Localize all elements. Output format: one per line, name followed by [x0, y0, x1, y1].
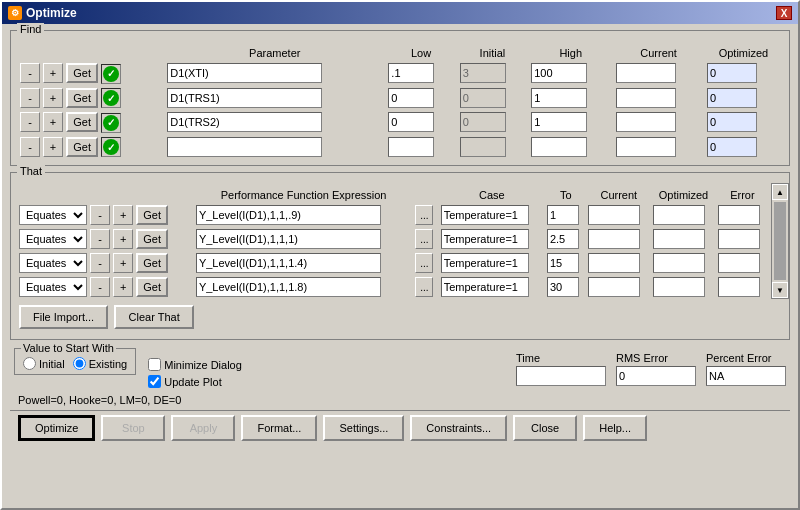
find-opt-input-2[interactable] [707, 112, 757, 132]
find-get-2[interactable]: Get [66, 112, 98, 132]
that-ellipsis-0[interactable]: ... [415, 205, 433, 225]
find-get-1[interactable]: Get [66, 88, 98, 108]
close-button[interactable]: X [776, 6, 792, 20]
that-expr-input-3[interactable] [196, 277, 381, 297]
find-plus-3[interactable]: + [43, 137, 63, 157]
find-param-input-1[interactable] [167, 88, 322, 108]
constraints-button[interactable]: Constraints... [410, 415, 507, 441]
find-current-input-2[interactable] [616, 112, 676, 132]
find-minus-3[interactable]: - [20, 137, 40, 157]
find-current-input-1[interactable] [616, 88, 676, 108]
format-button[interactable]: Format... [241, 415, 317, 441]
update-plot-checkbox[interactable] [148, 375, 161, 388]
that-ellipsis-3[interactable]: ... [415, 277, 433, 297]
find-get-0[interactable]: Get [66, 63, 98, 83]
find-check-icon-2: ✓ [101, 113, 121, 133]
that-get-0[interactable]: Get [136, 205, 168, 225]
that-to-input-1[interactable] [547, 229, 579, 249]
that-opt2-input-1[interactable] [653, 229, 705, 249]
find-low-input-3[interactable] [388, 137, 434, 157]
radio-initial-input[interactable] [23, 357, 36, 370]
minimize-dialog-checkbox[interactable] [148, 358, 161, 371]
time-input[interactable] [516, 366, 606, 386]
find-minus-1[interactable]: - [20, 88, 40, 108]
that-error-input-0[interactable] [718, 205, 760, 225]
that-to-input-2[interactable] [547, 253, 579, 273]
that-opt2-input-0[interactable] [653, 205, 705, 225]
that-opt2-input-3[interactable] [653, 277, 705, 297]
find-low-input-1[interactable] [388, 88, 434, 108]
find-current-input-3[interactable] [616, 137, 676, 157]
that-error-input-1[interactable] [718, 229, 760, 249]
find-high-input-3[interactable] [531, 137, 587, 157]
scroll-up-arrow[interactable]: ▲ [772, 184, 788, 200]
find-low-input-2[interactable] [388, 112, 434, 132]
help-button[interactable]: Help... [583, 415, 647, 441]
percent-input[interactable] [706, 366, 786, 386]
that-current2-input-2[interactable] [588, 253, 640, 273]
scrollbar[interactable]: ▲ ▼ [771, 183, 789, 299]
find-opt-input-0[interactable] [707, 63, 757, 83]
that-error-input-2[interactable] [718, 253, 760, 273]
that-get-1[interactable]: Get [136, 229, 168, 249]
find-minus-2[interactable]: - [20, 112, 40, 132]
that-plus-2[interactable]: + [113, 253, 133, 273]
find-high-input-1[interactable] [531, 88, 587, 108]
find-low-input-0[interactable] [388, 63, 434, 83]
that-to-input-0[interactable] [547, 205, 579, 225]
radio-existing-input[interactable] [73, 357, 86, 370]
that-ellipsis-2[interactable]: ... [415, 253, 433, 273]
find-minus-0[interactable]: - [20, 63, 40, 83]
that-plus-0[interactable]: + [113, 205, 133, 225]
that-case-input-3[interactable] [441, 277, 529, 297]
that-get-2[interactable]: Get [136, 253, 168, 273]
optimize-button[interactable]: Optimize [18, 415, 95, 441]
find-plus-2[interactable]: + [43, 112, 63, 132]
rms-input[interactable] [616, 366, 696, 386]
find-opt-input-3[interactable] [707, 137, 757, 157]
find-opt-input-1[interactable] [707, 88, 757, 108]
find-plus-1[interactable]: + [43, 88, 63, 108]
that-case-input-2[interactable] [441, 253, 529, 273]
that-equates-3[interactable]: Equates Less Than Greater Than [19, 277, 87, 297]
find-plus-0[interactable]: + [43, 63, 63, 83]
find-param-input-2[interactable] [167, 112, 322, 132]
that-equates-2[interactable]: Equates Less Than Greater Than [19, 253, 87, 273]
main-window: ⚙ Optimize X Find Parameter Low Initial … [0, 0, 800, 510]
that-get-3[interactable]: Get [136, 277, 168, 297]
find-current-input-0[interactable] [616, 63, 676, 83]
that-current2-input-0[interactable] [588, 205, 640, 225]
scroll-down-arrow[interactable]: ▼ [772, 282, 788, 298]
that-minus-2[interactable]: - [90, 253, 110, 273]
find-param-input-3[interactable] [167, 137, 322, 157]
find-get-3[interactable]: Get [66, 137, 98, 157]
find-param-input-0[interactable] [167, 63, 322, 83]
close-button[interactable]: Close [513, 415, 577, 441]
find-high-input-2[interactable] [531, 112, 587, 132]
file-import-button[interactable]: File Import... [19, 305, 108, 329]
that-minus-0[interactable]: - [90, 205, 110, 225]
that-minus-3[interactable]: - [90, 277, 110, 297]
apply-button[interactable]: Apply [171, 415, 235, 441]
that-expr-input-0[interactable] [196, 205, 381, 225]
that-equates-0[interactable]: Equates Less Than Greater Than [19, 205, 87, 225]
that-opt2-input-2[interactable] [653, 253, 705, 273]
that-expr-input-1[interactable] [196, 229, 381, 249]
that-plus-1[interactable]: + [113, 229, 133, 249]
that-case-input-1[interactable] [441, 229, 529, 249]
stop-button[interactable]: Stop [101, 415, 165, 441]
that-minus-1[interactable]: - [90, 229, 110, 249]
that-current2-input-3[interactable] [588, 277, 640, 297]
that-expr-input-2[interactable] [196, 253, 381, 273]
that-to-input-3[interactable] [547, 277, 579, 297]
that-error-input-3[interactable] [718, 277, 760, 297]
that-current2-input-1[interactable] [588, 229, 640, 249]
that-case-input-0[interactable] [441, 205, 529, 225]
clear-that-button[interactable]: Clear That [114, 305, 194, 329]
scroll-thumb[interactable] [774, 202, 786, 280]
find-high-input-0[interactable] [531, 63, 587, 83]
settings-button[interactable]: Settings... [323, 415, 404, 441]
that-plus-3[interactable]: + [113, 277, 133, 297]
that-ellipsis-1[interactable]: ... [415, 229, 433, 249]
that-equates-1[interactable]: Equates Less Than Greater Than [19, 229, 87, 249]
